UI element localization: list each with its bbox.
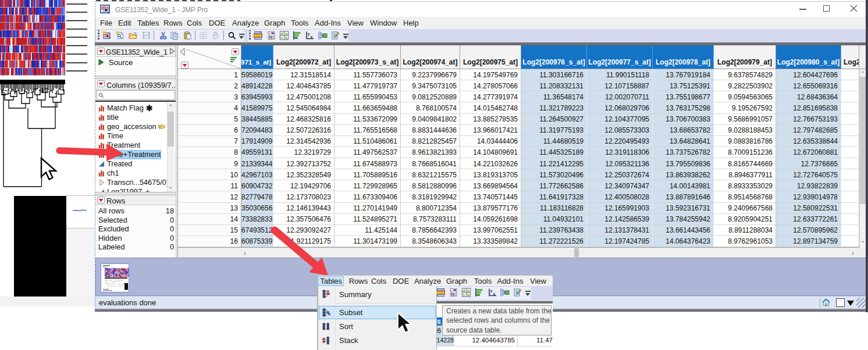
svg-text:y: y <box>307 31 310 37</box>
svg-text:x: x <box>310 34 313 40</box>
svg-text:y: y <box>490 288 493 294</box>
svg-text:x: x <box>493 291 496 297</box>
